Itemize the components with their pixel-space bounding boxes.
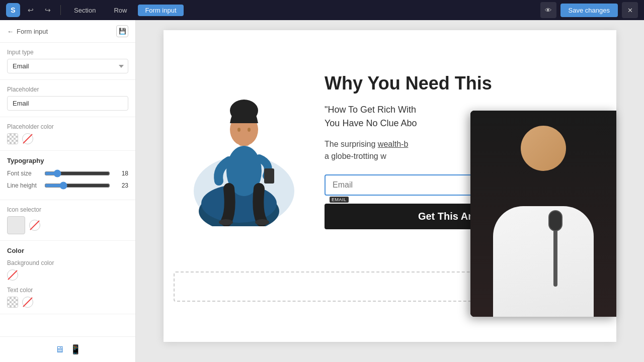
page-wrapper: Why You Need This "How To Get Rich WithY… <box>164 30 616 342</box>
sidebar-back-button[interactable]: ← Form input <box>7 28 48 35</box>
tab-form-input[interactable]: Form input <box>138 5 183 16</box>
undo-button[interactable]: ↩ <box>24 4 37 17</box>
placeholder-label: Placeholder <box>7 86 128 93</box>
top-nav: S ↩ ↪ Section Row Form input 👁 Save chan… <box>0 0 644 20</box>
input-type-label: Input type <box>7 49 128 56</box>
sidebar-save-icon[interactable]: 💾 <box>116 25 128 37</box>
icon-selector-label: Icon selector <box>7 206 128 213</box>
tab-row[interactable]: Row <box>107 5 134 16</box>
main-layout: ← Form input 💾 Input type Email Placehol… <box>0 20 644 362</box>
svg-point-11 <box>237 128 240 132</box>
no-icon-swatch[interactable] <box>29 220 40 231</box>
input-type-section: Input type Email <box>0 43 135 80</box>
line-height-slider[interactable] <box>44 182 110 190</box>
person-body <box>493 206 594 317</box>
hero-title: Why You Need This <box>325 72 596 94</box>
wealth-link[interactable]: wealth-b <box>378 140 408 148</box>
font-size-slider[interactable] <box>44 169 110 177</box>
sidebar: ← Form input 💾 Input type Email Placehol… <box>0 20 136 362</box>
footer-device-icons: 🖥 📱 <box>0 336 135 362</box>
icon-selector-section: Icon selector <box>0 200 135 241</box>
back-arrow-icon: ← <box>7 28 14 35</box>
mic-head <box>548 210 562 231</box>
font-size-label: Font size <box>7 170 40 177</box>
svg-point-10 <box>230 100 258 122</box>
text-color-label: Text color <box>7 287 128 294</box>
mic-stand <box>553 226 557 287</box>
person-illustration <box>179 75 309 226</box>
placeholder-section: Placeholder <box>0 80 135 117</box>
typography-title: Typography <box>7 157 128 164</box>
video-overlay <box>470 111 616 317</box>
color-section: Color Background color Text color <box>0 241 135 314</box>
svg-rect-5 <box>264 168 274 184</box>
hero-section: Why You Need This "How To Get Rich WithY… <box>164 30 616 272</box>
app-logo: S <box>6 3 20 17</box>
placeholder-color-label: Placeholder color <box>7 123 128 130</box>
checker-swatch[interactable] <box>7 133 18 144</box>
sidebar-title: Form input <box>17 28 48 35</box>
color-title: Color <box>7 247 128 254</box>
svg-point-12 <box>248 128 251 132</box>
tab-section[interactable]: Section <box>67 5 103 16</box>
line-height-row: Line height 23 <box>7 182 128 190</box>
no-text-color-swatch[interactable] <box>22 297 33 308</box>
input-type-select[interactable]: Email <box>7 59 128 73</box>
person-head <box>521 126 566 171</box>
desktop-icon-button[interactable]: 🖥 <box>55 344 64 355</box>
no-bg-color-swatch[interactable] <box>7 269 18 281</box>
no-color-swatch[interactable] <box>22 133 33 144</box>
sidebar-header: ← Form input 💾 <box>0 20 135 43</box>
font-size-row: Font size 18 <box>7 169 128 177</box>
placeholder-input[interactable] <box>7 96 128 111</box>
canvas-area: Why You Need This "How To Get Rich WithY… <box>136 20 644 362</box>
icon-preview[interactable] <box>7 216 25 234</box>
typography-section: Typography Font size 18 Line height 23 <box>0 151 135 200</box>
line-height-label: Line height <box>7 182 40 189</box>
bg-color-row <box>7 269 128 281</box>
icon-selector-row <box>7 216 128 234</box>
exit-button[interactable]: ✕ <box>622 2 638 18</box>
mobile-icon-button[interactable]: 📱 <box>70 344 81 355</box>
bg-color-label: Background color <box>7 259 128 266</box>
email-badge: EMAIL <box>330 197 349 203</box>
svg-point-7 <box>255 219 269 225</box>
text-checker-swatch[interactable] <box>7 297 18 308</box>
hero-illustration <box>174 75 314 226</box>
video-person-bg <box>470 111 616 317</box>
placeholder-color-row <box>7 133 128 144</box>
save-button[interactable]: Save changes <box>560 4 618 17</box>
text-color-row <box>7 297 128 308</box>
line-height-value: 23 <box>114 182 128 189</box>
preview-button[interactable]: 👁 <box>540 2 556 18</box>
nav-divider <box>60 5 61 15</box>
font-size-value: 18 <box>114 170 128 177</box>
placeholder-color-section: Placeholder color <box>0 117 135 151</box>
svg-point-6 <box>219 219 233 225</box>
redo-button[interactable]: ↪ <box>41 4 54 17</box>
